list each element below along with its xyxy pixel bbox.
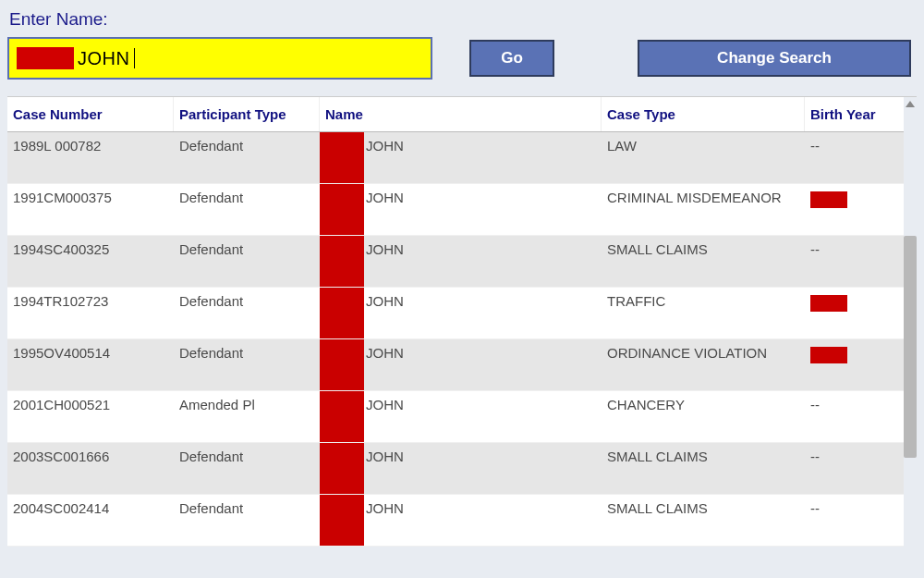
cell-case-type: LAW	[602, 132, 805, 183]
cell-case-number: 2003SC001666	[7, 443, 174, 494]
cell-name-text: JOHN	[364, 184, 404, 205]
redacted-surname	[320, 132, 364, 183]
cell-case-type: SMALL CLAIMS	[602, 495, 805, 546]
table-row[interactable]: 2004SC002414DefendantJOHNSMALL CLAIMS--	[7, 495, 904, 547]
cell-name-text: JOHN	[364, 339, 404, 361]
table-header: Case Number Participant Type Name Case T…	[7, 97, 904, 132]
table-row[interactable]: 2001CH000521Amended PlJOHNCHANCERY--	[7, 391, 904, 443]
redacted-surname	[320, 184, 364, 235]
table-row[interactable]: 2003SC001666DefendantJOHNSMALL CLAIMS--	[7, 443, 904, 495]
cell-participant-type: Defendant	[174, 184, 320, 235]
cell-name-text: JOHN	[364, 288, 404, 309]
table-row[interactable]: 1995OV400514DefendantJOHNORDINANCE VIOLA…	[7, 339, 904, 391]
text-caret	[134, 48, 135, 68]
redacted-surname	[320, 288, 364, 338]
name-input-value: JOHN	[78, 48, 129, 69]
cell-case-number: 1991CM000375	[7, 184, 174, 235]
cell-case-type: CRIMINAL MISDEMEANOR	[602, 184, 805, 235]
redacted-birth-year	[810, 191, 847, 208]
cell-case-type: CHANCERY	[602, 391, 805, 442]
cell-name-text: JOHN	[364, 495, 404, 516]
cell-name: JOHN	[320, 132, 602, 183]
search-row: JOHN Go Change Search	[7, 37, 917, 80]
scroll-thumb[interactable]	[904, 236, 917, 458]
cell-case-number: 1995OV400514	[7, 339, 174, 390]
cell-participant-type: Defendant	[174, 236, 320, 287]
table-row[interactable]: 1994SC400325DefendantJOHNSMALL CLAIMS--	[7, 236, 904, 288]
cell-participant-type: Defendant	[174, 443, 320, 494]
col-name[interactable]: Name	[320, 97, 602, 131]
cell-birth-year: --	[805, 391, 897, 442]
cell-case-number: 1994TR102723	[7, 288, 174, 338]
cell-name-text: JOHN	[364, 236, 404, 257]
cell-case-type: SMALL CLAIMS	[602, 443, 805, 494]
redacted-surname	[320, 443, 364, 494]
redacted-surname	[320, 236, 364, 287]
results-table: Case Number Participant Type Name Case T…	[7, 97, 904, 547]
redacted-input-prefix	[17, 47, 74, 69]
scrollbar[interactable]	[904, 97, 917, 541]
cell-name: JOHN	[320, 391, 602, 442]
cell-name-text: JOHN	[364, 443, 404, 464]
table-row[interactable]: 1989L 000782DefendantJOHNLAW--	[7, 132, 904, 184]
cell-case-number: 1989L 000782	[7, 132, 174, 183]
name-input[interactable]: JOHN	[7, 37, 432, 80]
cell-case-number: 1994SC400325	[7, 236, 174, 287]
cell-case-type: SMALL CLAIMS	[602, 236, 805, 287]
cell-case-type: TRAFFIC	[602, 288, 805, 338]
cell-name: JOHN	[320, 236, 602, 287]
cell-name: JOHN	[320, 495, 602, 546]
cell-name-text: JOHN	[364, 132, 404, 154]
search-label: Enter Name:	[9, 9, 917, 30]
col-birth-year[interactable]: Birth Year	[805, 97, 897, 131]
cell-case-number: 2004SC002414	[7, 495, 174, 546]
change-search-button[interactable]: Change Search	[638, 40, 911, 77]
cell-name: JOHN	[320, 184, 602, 235]
table-row[interactable]: 1991CM000375DefendantJOHNCRIMINAL MISDEM…	[7, 184, 904, 236]
redacted-surname	[320, 339, 364, 390]
table-body: 1989L 000782DefendantJOHNLAW--1991CM0003…	[7, 132, 904, 547]
results-wrap: Case Number Participant Type Name Case T…	[7, 96, 917, 547]
cell-name: JOHN	[320, 443, 602, 494]
redacted-surname	[320, 495, 364, 546]
cell-name-text: JOHN	[364, 391, 404, 412]
redacted-birth-year	[810, 295, 847, 312]
cell-birth-year: --	[805, 495, 897, 546]
cell-participant-type: Defendant	[174, 132, 320, 183]
cell-birth-year	[805, 184, 897, 235]
cell-participant-type: Defendant	[174, 495, 320, 546]
cell-case-type: ORDINANCE VIOLATION	[602, 339, 805, 390]
cell-participant-type: Amended Pl	[174, 391, 320, 442]
table-row[interactable]: 1994TR102723DefendantJOHNTRAFFIC	[7, 288, 904, 339]
cell-birth-year: --	[805, 132, 897, 183]
scroll-up-icon[interactable]	[906, 101, 915, 107]
redacted-surname	[320, 391, 364, 442]
cell-birth-year	[805, 288, 897, 338]
cell-name: JOHN	[320, 288, 602, 338]
cell-case-number: 2001CH000521	[7, 391, 174, 442]
cell-participant-type: Defendant	[174, 288, 320, 338]
go-button[interactable]: Go	[469, 40, 554, 77]
col-case-number[interactable]: Case Number	[7, 97, 174, 131]
cell-birth-year: --	[805, 443, 897, 494]
cell-participant-type: Defendant	[174, 339, 320, 390]
col-participant-type[interactable]: Participant Type	[174, 97, 320, 131]
col-case-type[interactable]: Case Type	[602, 97, 805, 131]
redacted-birth-year	[810, 347, 847, 363]
cell-name: JOHN	[320, 339, 602, 390]
cell-birth-year	[805, 339, 897, 390]
cell-birth-year: --	[805, 236, 897, 287]
